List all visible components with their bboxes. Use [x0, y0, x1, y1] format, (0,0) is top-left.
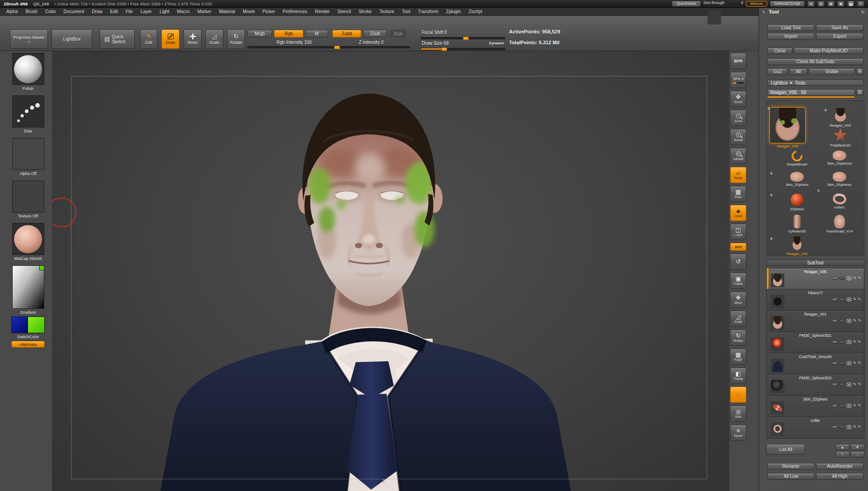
current-tool-slider[interactable]: Reagan_V05. 55 — [767, 89, 855, 98]
subtool-row[interactable]: PM3D_Sphere3D2 ✎✎ — [767, 374, 864, 396]
visibility-eye-icon[interactable] — [846, 382, 852, 387]
tool-thumb[interactable]: Reagan_V04 — [822, 108, 859, 127]
layout-config-icon[interactable]: ▣ — [837, 1, 844, 7]
canvas-scroll-nub[interactable]: ▲▼ — [382, 478, 385, 484]
floor-button[interactable]: ▦Floor — [730, 186, 746, 202]
layout-right-tray-icon[interactable]: ▥ — [817, 1, 825, 7]
quicksave-button[interactable]: QuickSave — [672, 1, 701, 7]
focal-shift-slider[interactable] — [420, 37, 505, 39]
uv-toggle[interactable] — [839, 383, 845, 386]
edit-pencil-icon[interactable]: ✎ — [858, 361, 861, 365]
rgb-button[interactable]: Rgb — [274, 30, 303, 38]
rotate-3d-button[interactable]: ↻Rotate — [730, 330, 746, 346]
visibility-eye-icon[interactable] — [846, 319, 852, 323]
export-button[interactable]: Export — [816, 33, 863, 40]
mrgb-button[interactable]: Mrgb — [247, 30, 272, 38]
lightbox-tools-nav[interactable]: Lightbox ▶ Tools — [767, 80, 863, 86]
make-polymesh3d-button[interactable]: Make PolyMesh3D — [794, 47, 863, 54]
spin-button[interactable]: ↺ — [730, 254, 746, 270]
scale-3d-button[interactable]: ◿Scale — [730, 311, 746, 327]
menu-draw[interactable]: Draw — [92, 9, 102, 14]
polypaint-toggle[interactable] — [832, 383, 838, 386]
subtool-down-button[interactable]: ▼ — [850, 444, 864, 450]
menu-preferences[interactable]: Preferences — [283, 9, 307, 14]
visibility-eye-icon[interactable] — [846, 340, 852, 344]
edit-pencil-icon[interactable]: ✎ — [853, 404, 857, 408]
current-brush-button[interactable] — [12, 53, 44, 85]
draw-size-slider[interactable] — [420, 48, 505, 50]
save-as-button[interactable]: Save As — [816, 24, 863, 31]
uv-toggle[interactable] — [839, 362, 845, 365]
edit-pencil-icon[interactable]: ✎ — [853, 319, 857, 323]
current-color-swatch[interactable] — [39, 265, 44, 270]
scroll-button[interactable]: ✥Scroll — [730, 91, 746, 107]
menu-material[interactable]: Material — [219, 9, 236, 14]
polypaint-toggle[interactable] — [832, 425, 838, 429]
zadd-button[interactable]: Zadd — [332, 30, 361, 38]
edit-pencil-icon[interactable]: ✎ — [853, 425, 857, 429]
uv-toggle[interactable] — [839, 340, 845, 344]
tool-thumb[interactable]: PolyMesh3D — [822, 128, 859, 147]
lock-icon[interactable] — [847, 1, 854, 7]
all-high-button[interactable]: All High — [816, 473, 863, 480]
move-3d-button[interactable]: ✥Move — [730, 292, 746, 308]
menu-alpha[interactable]: Alpha — [6, 9, 18, 14]
z-intensity-slider[interactable]: Z Intensity 0 — [332, 40, 410, 48]
subtool-top-button[interactable]: ↑ — [835, 451, 849, 458]
tool-thumb[interactable]: Skin_ZSphere1 — [820, 172, 859, 187]
xyz-button[interactable]: XYZ — [730, 243, 746, 251]
goz-visible-button[interactable]: Visible — [809, 68, 855, 75]
visibility-eye-icon[interactable] — [846, 361, 852, 365]
quick-sketch-button[interactable]: ▤ Quick Sketch — [99, 29, 135, 49]
edit-pencil-icon[interactable]: ✎ — [858, 425, 861, 429]
restore-config-icon[interactable]: ↻ — [857, 1, 864, 7]
menu-transform[interactable]: Transform — [418, 9, 438, 14]
menu-render[interactable]: Render — [315, 9, 330, 14]
aahalf-button[interactable]: ½AAHalf — [730, 148, 746, 164]
subtool-row[interactable]: Fibers77 ✎✎ — [767, 289, 864, 311]
edit-pencil-icon[interactable]: ✎ — [853, 340, 857, 344]
rgb-intensity-slider[interactable]: Rgb Intensity 100 — [247, 40, 341, 48]
see-through-track[interactable] — [703, 5, 743, 7]
menu-picker[interactable]: Picker — [263, 9, 275, 14]
edit-pencil-icon[interactable]: ✎ — [858, 404, 861, 408]
subtool-bottom-button[interactable]: ↓ — [850, 451, 864, 458]
menu-color[interactable]: Color — [45, 9, 56, 14]
subtool-row[interactable]: CoatThick_Smooth ✎✎ — [767, 353, 864, 374]
menu-layer[interactable]: Layer — [141, 9, 152, 14]
subtool-up-button[interactable]: ▲ — [835, 444, 849, 450]
edit-pencil-icon[interactable]: ✎ — [853, 382, 857, 387]
clone-all-subtools-button[interactable]: Clone All SubTools — [767, 58, 863, 65]
menu-zplugin[interactable]: Zplugin — [446, 9, 461, 14]
move-button[interactable]: Move — [184, 29, 202, 49]
zoom-button[interactable]: +Zoom — [730, 110, 746, 126]
import-button[interactable]: Import — [767, 33, 815, 40]
uv-toggle[interactable] — [839, 277, 845, 280]
persp-button[interactable]: ▱Persp — [730, 167, 746, 183]
tool-thumb[interactable]: Skin_ZSphere2 — [820, 151, 859, 165]
menu-file[interactable]: File — [126, 9, 133, 14]
subtool-row[interactable]: PM3D_Sphere3D1 ✎✎ — [767, 332, 864, 353]
secondary-color-swatch[interactable] — [28, 316, 45, 333]
solo-button[interactable]: ◎Solo — [730, 406, 746, 422]
menu-zscript[interactable]: Zscript — [468, 9, 482, 14]
load-tool-button[interactable]: Load Tool — [767, 24, 815, 31]
edit-pencil-icon[interactable]: ✎ — [858, 297, 861, 302]
menus-button[interactable]: Menus — [746, 1, 767, 7]
polypaint-toggle[interactable] — [832, 298, 838, 301]
zcut-button[interactable]: Zcut — [390, 30, 406, 38]
edit-pencil-icon[interactable]: ✎ — [858, 382, 861, 387]
edit-pencil-icon[interactable]: ✎ — [853, 361, 857, 365]
zsub-button[interactable]: Zsub — [363, 30, 387, 38]
alpha-button[interactable] — [12, 138, 44, 170]
tool-thumb[interactable]: collar1 — [820, 194, 859, 209]
menu-edit[interactable]: Edit — [110, 9, 118, 14]
edit-pencil-icon[interactable]: ✎ — [858, 340, 861, 344]
default-zscript-button[interactable]: DefaultZScript — [770, 1, 805, 7]
color-picker[interactable] — [12, 265, 44, 309]
lightbox-button[interactable]: LightBox — [52, 29, 92, 49]
spix-slider[interactable]: SPix 3 — [730, 72, 746, 88]
alternate-button[interactable]: Alternate — [11, 341, 45, 348]
draw-button[interactable]: Draw — [161, 29, 179, 49]
rotate-button[interactable]: ↻ Rotate — [227, 29, 245, 49]
